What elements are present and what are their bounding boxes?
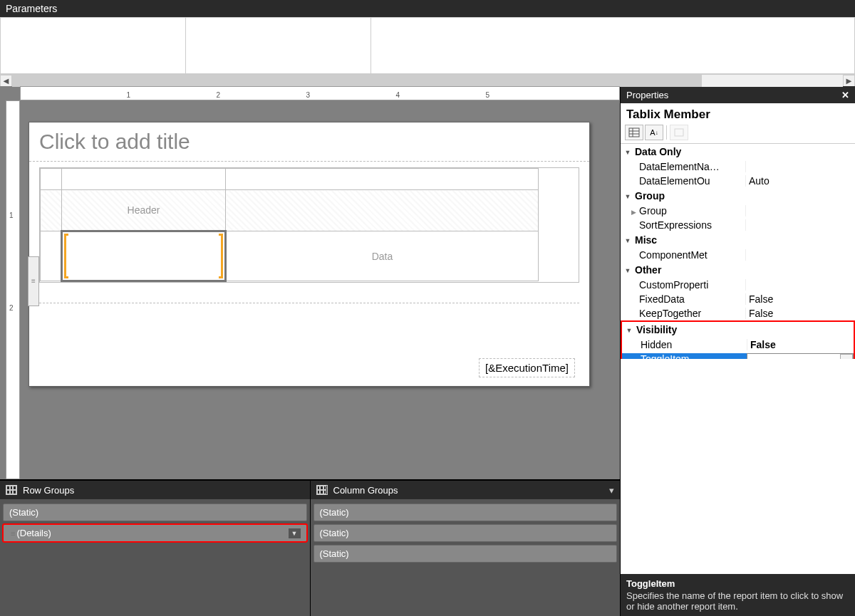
ruler-mark: 2 [9,304,14,312]
table-icon [316,485,328,495]
category-visibility[interactable]: Visibility [622,322,854,338]
parameter-cell[interactable] [186,18,371,73]
prop-group[interactable]: Group [621,204,855,218]
svg-rect-0 [629,128,639,137]
column-groups-title: Column Groups [333,485,398,496]
properties-panel: Properties ✕ Tablix Member A↓ Data Only … [620,86,855,616]
group-item-label: (Static) [320,548,349,559]
column-group-item[interactable]: (Static) [314,545,618,563]
properties-title: Properties [626,90,668,100]
parameter-cell[interactable] [371,18,854,73]
separator [666,125,667,140]
group-item-label: (Details) [16,528,51,538]
selected-object-name: Tablix Member [621,103,855,123]
scroll-track[interactable] [12,75,843,87]
ruler-mark: 2 [216,91,220,99]
panel-menu-icon[interactable]: ▾ [609,485,614,496]
prop-keeptogether[interactable]: KeepTogetherFalse [621,306,855,320]
svg-rect-4 [675,129,683,136]
ruler-mark: 1 [126,91,130,99]
visibility-highlight: Visibility HiddenFalse ToggleItem ▾ None… [621,320,855,359]
scroll-right-icon[interactable]: ► [843,75,855,87]
table-icon [6,485,17,495]
footer-divider [39,303,579,303]
chevron-down-icon[interactable]: ▼ [289,528,301,538]
parameter-cell[interactable] [1,18,186,73]
ruler-mark: 1 [9,212,14,219]
category-group[interactable]: Group [621,188,855,204]
group-item-label: (Static) [320,528,349,538]
categorized-view-icon[interactable] [625,125,643,140]
tablix[interactable]: Header ≡ Data [39,167,579,283]
selection-bracket-icon [219,234,223,278]
report-title-placeholder[interactable]: Click to add title [29,122,589,162]
property-grid[interactable]: Data Only DataElementNa… DataElementOuAu… [621,143,855,359]
dropdown-button-icon[interactable]: ▾ [840,354,853,359]
column-group-item[interactable]: (Static) [314,503,618,521]
prop-componentmetadata[interactable]: ComponentMet [621,248,855,262]
category-data-only[interactable]: Data Only [621,144,855,160]
tablix-header-cell[interactable]: Header [62,190,226,231]
prop-dataelementoutput[interactable]: DataElementOuAuto [621,174,855,188]
row-groups-title: Row Groups [23,485,74,496]
prop-hidden[interactable]: HiddenFalse [622,338,854,352]
details-icon: ≡ [11,529,15,538]
parameters-title: Parameters [6,3,57,14]
prop-fixeddata[interactable]: FixedDataFalse [621,292,855,306]
property-description: ToggleItem Specifies the name of the rep… [621,574,855,616]
alphabetical-sort-icon[interactable]: A↓ [645,125,663,140]
horizontal-ruler: 1 2 3 4 5 [20,86,620,100]
scroll-thumb[interactable] [12,75,702,87]
row-group-item[interactable]: (Static) [3,503,307,521]
scroll-left-icon[interactable]: ◄ [0,75,12,87]
tablix-data-cell[interactable]: Data [226,231,539,281]
column-groups-panel: Column Groups ▾ (Static) (Static) (Stati… [311,481,621,616]
parameters-scrollbar[interactable]: ◄ ► [0,74,855,86]
prop-toggleitem[interactable]: ToggleItem ▾ [622,352,854,359]
selection-bracket-icon [64,234,68,278]
group-item-label: (Static) [320,507,349,518]
ruler-mark: 3 [306,91,310,99]
row-group-item-details[interactable]: ≡(Details) ▼ [3,524,307,542]
ruler-mark: 5 [485,91,489,99]
description-title: ToggleItem [626,578,849,589]
report-canvas[interactable]: Click to add title Header ≡ [28,122,590,387]
parameters-grid[interactable] [0,17,855,74]
ruler-mark: 4 [395,91,400,99]
prop-customproperties[interactable]: CustomProperti [621,278,855,292]
prop-sortexpressions[interactable]: SortExpressions [621,218,855,232]
category-misc[interactable]: Misc [621,232,855,248]
column-group-item[interactable]: (Static) [314,524,618,542]
close-icon[interactable]: ✕ [841,90,849,100]
property-pages-icon [670,125,688,140]
prop-dataelementname[interactable]: DataElementNa… [621,160,855,174]
parameters-header: Parameters [0,0,855,17]
execution-time-field[interactable]: [&ExecutionTime] [479,358,575,377]
row-handle-icon[interactable]: ≡ [28,256,39,306]
description-text: Specifies the name of the report item to… [626,590,849,612]
design-surface[interactable]: 1 2 3 4 5 1 2 Click to add title [0,86,620,479]
group-item-label: (Static) [9,507,38,518]
selected-cell[interactable] [62,231,226,281]
category-other[interactable]: Other [621,262,855,278]
row-groups-panel: Row Groups (Static) ≡(Details) ▼ [0,481,311,616]
vertical-ruler: 1 2 [6,100,20,479]
